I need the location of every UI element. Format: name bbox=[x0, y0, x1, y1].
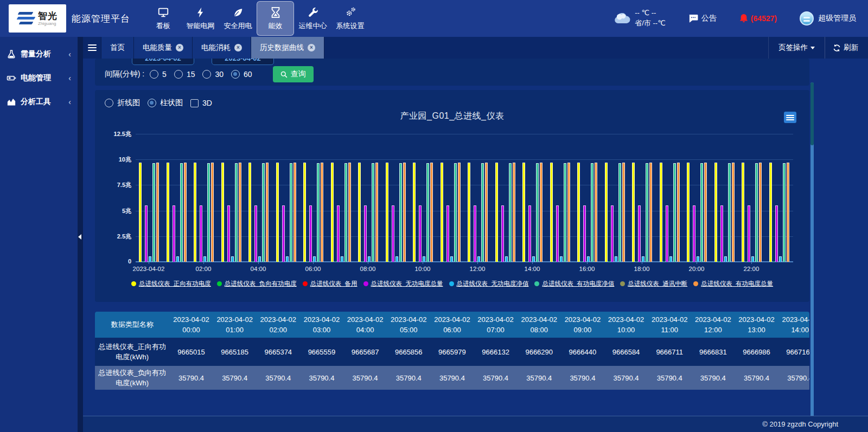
nav-item-energy-eff[interactable]: 能效 bbox=[257, 1, 294, 36]
bar-总进线仪表_无功电度净值 bbox=[341, 256, 343, 262]
legend-item[interactable]: 总进线仪表_负向有功电度 bbox=[217, 280, 297, 288]
vertical-scrollbar[interactable] bbox=[810, 82, 814, 425]
bar-总进线仪表_负向有功电度 bbox=[609, 261, 610, 262]
nav-item-smart-grid[interactable]: 智能电网 bbox=[182, 1, 219, 36]
end-date-input[interactable]: 2023-04-02 bbox=[212, 59, 274, 65]
legend-dot-icon bbox=[620, 281, 625, 286]
legend-item[interactable]: 总进线仪表_有功电度净值 bbox=[534, 280, 614, 288]
weather-temp: -- ℃ -- bbox=[635, 8, 665, 18]
nav-item-label: 能效 bbox=[269, 21, 283, 31]
bar-group-02:00 bbox=[194, 163, 214, 262]
legend-item[interactable]: 总进线仪表_无功电度净值 bbox=[449, 280, 529, 288]
sidebar-item-demand-analysis[interactable]: 需量分析‹ bbox=[0, 42, 78, 66]
bar-总进线仪表_无功电度总量 bbox=[528, 205, 531, 262]
tab-label: 电能消耗 bbox=[201, 43, 231, 53]
sidebar-item-analysis-tools[interactable]: 分析工具‹ bbox=[0, 90, 78, 114]
bar-总进线仪表_正向有功电度 bbox=[386, 163, 388, 262]
bar-group-14:00 bbox=[522, 163, 542, 262]
bar-总进线仪表_无功电度净值 bbox=[368, 256, 371, 262]
sidebar-item-energy-mgmt[interactable]: 电能管理‹ bbox=[0, 66, 78, 90]
data-table-panel: 数据类型名称 2023-04-0200:002023-04-0201:00202… bbox=[95, 312, 809, 391]
logo-text: 智光 bbox=[38, 11, 58, 21]
legend-item[interactable]: 总进线仪表_正向有功电度 bbox=[131, 280, 211, 288]
nav-item-sys-settings[interactable]: 系统设置 bbox=[331, 1, 369, 36]
legend-item[interactable]: 总进线仪表_无功电度总量 bbox=[363, 280, 443, 288]
chart-type-option-柱状图[interactable]: 柱状图 bbox=[148, 98, 183, 108]
interval-option-label: 60 bbox=[244, 70, 252, 79]
nav-item-ops-center[interactable]: 运维中心 bbox=[294, 1, 331, 36]
nav-item-safe-power[interactable]: 安全用电 bbox=[219, 1, 257, 36]
bar-总进线仪表_有功电度总量 bbox=[759, 163, 762, 262]
nav-item-kanban[interactable]: 看板 bbox=[144, 1, 182, 36]
legend-item[interactable]: 总进线仪表_通讯中断 bbox=[620, 280, 687, 288]
gridline bbox=[136, 134, 793, 134]
radio-icon bbox=[231, 70, 240, 79]
wrench-icon bbox=[307, 7, 319, 18]
bar-总进线仪表_正向有功电度 bbox=[714, 163, 717, 262]
navbar-right: -- ℃ -- 省/市 --℃ 公告 (64527) 超级管理员 bbox=[613, 8, 856, 29]
tab-operations-dropdown[interactable]: 页签操作 bbox=[768, 37, 825, 59]
bar-总进线仪表_有功电度总量 bbox=[622, 163, 625, 262]
tab-close-icon[interactable]: × bbox=[176, 44, 183, 51]
bar-总进线仪表_有功电度净值 bbox=[180, 163, 183, 262]
bar-总进线仪表_无功电度净值 bbox=[231, 256, 234, 262]
collapse-handle-icon[interactable] bbox=[78, 234, 81, 240]
interval-option-30[interactable]: 30 bbox=[202, 70, 224, 79]
avatar bbox=[800, 11, 814, 25]
sidebar-collapse-strip[interactable] bbox=[78, 37, 83, 432]
legend-item[interactable]: 总进线仪表_有功电度总量 bbox=[693, 280, 773, 288]
y-axis-tick-label: 2.5兆 bbox=[117, 233, 131, 241]
chart-type-option-折线图[interactable]: 折线图 bbox=[105, 98, 140, 108]
bar-group-10:00 bbox=[413, 163, 433, 262]
chart-export-menu-button[interactable] bbox=[784, 112, 796, 123]
tab-close-icon[interactable]: × bbox=[234, 44, 242, 51]
bar-总进线仪表_无功电度总量 bbox=[775, 205, 778, 262]
tab-历史数据曲线[interactable]: 历史数据曲线× bbox=[251, 37, 324, 59]
start-date-input[interactable]: 2023-04-02 bbox=[132, 59, 194, 65]
bar-总进线仪表_无功电度总量 bbox=[638, 205, 641, 262]
bar-总进线仪表_无功电度净值 bbox=[697, 256, 699, 262]
refresh-button[interactable]: 刷新 bbox=[825, 37, 868, 59]
bar-总进线仪表_无功电度净值 bbox=[587, 256, 590, 262]
chart-3d-checkbox[interactable]: 3D bbox=[190, 99, 212, 107]
bar-group-07:00 bbox=[331, 163, 351, 262]
tab-首页[interactable]: 首页 bbox=[101, 37, 134, 59]
bar-总进线仪表_无功电度净值 bbox=[669, 256, 672, 262]
legend-item[interactable]: 总进线仪表_备用 bbox=[303, 280, 358, 288]
weather-widget[interactable]: -- ℃ -- 省/市 --℃ bbox=[613, 8, 665, 29]
tab-电能质量[interactable]: 电能质量× bbox=[134, 37, 193, 59]
checkbox-icon bbox=[190, 99, 199, 107]
alarm-button[interactable]: (64527) bbox=[739, 14, 777, 23]
tab-电能消耗[interactable]: 电能消耗× bbox=[193, 37, 251, 59]
logo-icon bbox=[17, 10, 36, 27]
bar-group-05:00 bbox=[276, 163, 296, 262]
filter-panel: 2023-04-02 2023-04-02 间隔(分钟) : 5153060 查… bbox=[95, 59, 809, 86]
bar-总进线仪表_有功电度总量 bbox=[156, 163, 159, 262]
tab-close-icon[interactable]: × bbox=[308, 44, 315, 51]
table-col-header: 2023-04-0213:00 bbox=[735, 312, 778, 338]
notice-button[interactable]: 公告 bbox=[688, 14, 717, 23]
x-axis-tick-label: 22:00 bbox=[744, 266, 760, 272]
app-title: 能源管理平台 bbox=[72, 12, 130, 25]
bar-总进线仪表_有功电度总量 bbox=[321, 163, 323, 262]
table-first-header: 数据类型名称 bbox=[95, 312, 169, 338]
logo: 智光 Zhiguang bbox=[9, 4, 66, 33]
query-button[interactable]: 查询 bbox=[273, 66, 314, 82]
tab-menu-button[interactable] bbox=[83, 37, 101, 59]
bar-总进线仪表_正向有功电度 bbox=[167, 163, 169, 262]
user-menu[interactable]: 超级管理员 bbox=[800, 11, 856, 25]
table-cell: 9666290 bbox=[518, 338, 561, 366]
bar-总进线仪表_负向有功电度 bbox=[170, 261, 171, 262]
bar-总进线仪表_负向有功电度 bbox=[197, 261, 199, 262]
x-axis-tick-label: 04:00 bbox=[251, 266, 266, 272]
x-axis-tick bbox=[587, 262, 588, 264]
interval-option-5[interactable]: 5 bbox=[150, 70, 167, 79]
bar-总进线仪表_无功电度总量 bbox=[282, 205, 285, 262]
bar-总进线仪表_无功电度净值 bbox=[779, 256, 782, 262]
bar-总进线仪表_无功电度总量 bbox=[337, 205, 340, 262]
scrollbar-thumb[interactable] bbox=[810, 82, 814, 145]
interval-option-15[interactable]: 15 bbox=[174, 70, 195, 79]
interval-option-60[interactable]: 60 bbox=[231, 70, 252, 79]
alarm-count: (64527) bbox=[751, 14, 777, 23]
bar-总进线仪表_有功电度总量 bbox=[732, 163, 735, 262]
